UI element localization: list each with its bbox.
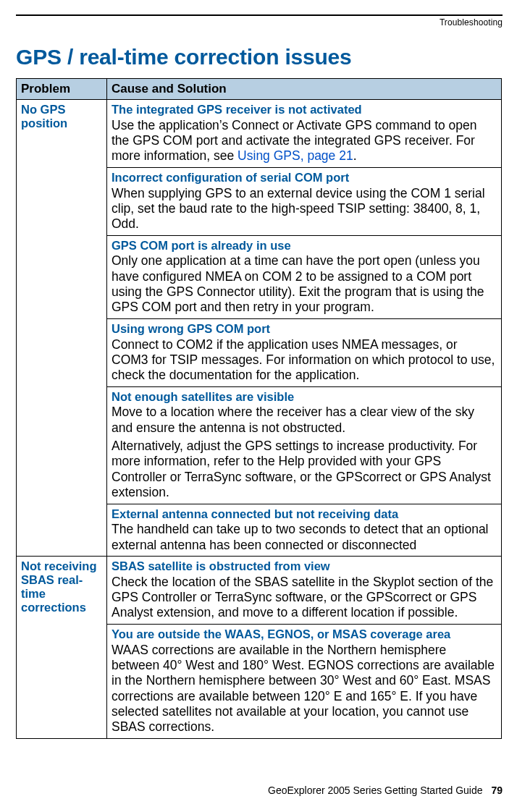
cause-cell: SBAS satellite is obstructed from view C… — [107, 557, 502, 625]
cause-body: Only one application at a time can have … — [112, 253, 497, 315]
cross-ref-link[interactable]: Using GPS, page 21 — [238, 148, 353, 163]
header-rule — [16, 14, 503, 16]
cause-title: The integrated GPS receiver is not activ… — [112, 103, 497, 117]
page-title: GPS / real-time correction issues — [16, 45, 503, 69]
running-head: Troubleshooting — [16, 17, 503, 28]
cause-cell: The integrated GPS receiver is not activ… — [107, 100, 502, 168]
cause-text: Check the location of the SBAS satellite… — [112, 575, 497, 621]
problem-label: Not receiving SBAS real-time corrections — [17, 557, 107, 739]
cause-cell: You are outside the WAAS, EGNOS, or MSAS… — [107, 624, 502, 738]
cause-title: You are outside the WAAS, EGNOS, or MSAS… — [112, 627, 497, 642]
footer-page-number: 79 — [491, 784, 503, 796]
cause-cell: GPS COM port is already in use Only one … — [107, 235, 502, 318]
cause-title: Incorrect configuration of serial COM po… — [112, 171, 497, 185]
cause-title: Using wrong GPS COM port — [112, 322, 497, 337]
problem-label: No GPS position — [17, 100, 107, 557]
cause-body: WAAS corrections are available in the No… — [112, 643, 497, 735]
cause-body: Move to a location where the receiver ha… — [112, 405, 497, 500]
cause-body: When supplying GPS to an external device… — [112, 186, 497, 232]
cause-text: Only one application at a time can have … — [112, 253, 497, 315]
cause-cell: External antenna connected but not recei… — [107, 504, 502, 556]
cause-cell: Using wrong GPS COM port Connect to COM2… — [107, 318, 502, 386]
th-solution: Cause and Solution — [107, 79, 502, 100]
cause-body: The handheld can take up to two seconds … — [112, 522, 497, 553]
cause-body: Connect to COM2 if the application uses … — [112, 337, 497, 384]
cause-body: Check the location of the SBAS satellite… — [112, 575, 497, 621]
cause-text: The handheld can take up to two seconds … — [112, 522, 497, 553]
cause-title: SBAS satellite is obstructed from view — [112, 559, 497, 574]
table-row: No GPS position The integrated GPS recei… — [17, 100, 502, 168]
cause-text: . — [353, 148, 357, 163]
cause-text: When supplying GPS to an external device… — [112, 186, 497, 232]
cause-title: Not enough satellites are visible — [112, 390, 497, 405]
cause-cell: Incorrect configuration of serial COM po… — [107, 167, 502, 235]
cause-title: External antenna connected but not recei… — [112, 507, 497, 522]
table-row: Not receiving SBAS real-time corrections… — [17, 557, 502, 625]
troubleshooting-table: Problem Cause and Solution No GPS positi… — [16, 78, 502, 739]
th-problem: Problem — [17, 79, 107, 100]
cause-text: Alternatively, adjust the GPS settings t… — [112, 439, 497, 500]
footer: GeoExplorer 2005 Series Getting Started … — [268, 784, 503, 796]
cause-text: Move to a location where the receiver ha… — [112, 405, 497, 436]
cause-body: Use the application’s Connect or Activat… — [112, 118, 497, 164]
footer-guide: GeoExplorer 2005 Series Getting Started … — [268, 784, 483, 796]
cause-text: WAAS corrections are available in the No… — [112, 643, 497, 735]
cause-text: Connect to COM2 if the application uses … — [112, 337, 497, 384]
cause-cell: Not enough satellites are visible Move t… — [107, 386, 502, 504]
cause-title: GPS COM port is already in use — [112, 239, 497, 253]
